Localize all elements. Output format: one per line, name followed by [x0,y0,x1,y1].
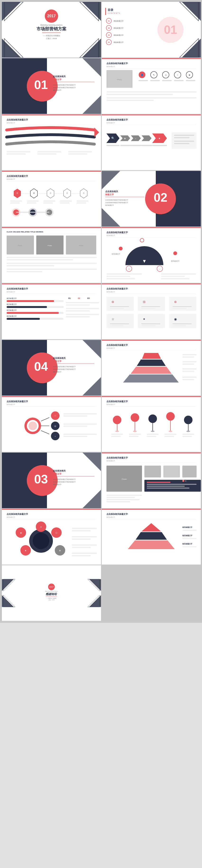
svg-text:3: 3 [128,268,129,270]
svg-rect-178 [7,271,42,272]
svg-rect-278 [182,356,194,358]
svg-text:③: ③ [50,192,52,194]
svg-text:相关标题文字: 相关标题文字 [182,526,193,528]
svg-rect-277 [182,354,197,355]
svg-text:⊞: ⊞ [143,300,146,304]
svg-text:点击添加相关标题文字: 点击添加相关标题文字 [7,175,28,177]
svg-rect-195 [107,273,142,275]
svg-rect-247 [110,325,124,326]
svg-rect-214 [7,312,59,314]
slide-7: 点击添加相关标题文字 相关标题文字 ① ② ③ ④ ⑤ [2,171,101,226]
svg-rect-364 [147,488,190,489]
svg-text:🔍: 🔍 [111,136,115,140]
slides-container: 2017 Marketing marketing solutions 市场部营销… [0,0,202,623]
svg-text:Marketing marketing solutions: Marketing marketing solutions [40,24,63,26]
svg-text:2017: 2017 [49,586,54,588]
svg-text:相关标题文字: 相关标题文字 [7,291,15,292]
svg-marker-404 [136,532,167,540]
slide-9: CLICK ON ADD RELATED TITLE WORDS Photo P… [2,227,101,283]
svg-rect-332 [147,434,158,435]
svg-rect-68 [150,80,160,81]
svg-text:2017: 2017 [47,14,56,18]
svg-rect-331 [129,436,139,437]
svg-text:④: ④ [66,192,68,194]
svg-rect-409 [182,538,197,539]
svg-text:相关标题文字: 相关标题文字 [107,291,115,292]
svg-rect-395 [72,547,91,548]
svg-rect-269 [102,340,201,341]
svg-text:⋆: ⋆ [55,435,56,437]
svg-point-292 [28,422,37,430]
svg-text:相关标题文字: 相关标题文字 [7,122,15,124]
svg-point-324 [169,431,172,432]
svg-text:CLICK ON ADD RELATED TITLE WOR: CLICK ON ADD RELATED TITLE WORDS [7,231,44,233]
svg-rect-250 [141,323,160,324]
svg-text:⌂: ⌂ [159,268,160,270]
svg-rect-71 [186,80,195,81]
slide-17: 03 点击添加相关 标题文字 点击添加相关标题文字相关标题文字 点击添加相关标题… [2,453,101,508]
svg-text:♦: ♦ [40,526,42,528]
svg-text:▼: ▼ [142,258,147,264]
svg-rect-177 [7,269,97,270]
svg-rect-175 [7,263,97,264]
svg-rect-150 [16,212,49,213]
svg-text:相关标题文字: 相关标题文字 [182,543,193,545]
svg-rect-283 [182,377,197,378]
svg-text:★: ★ [158,137,161,140]
svg-text:相关标题文字: 相关标题文字 [7,315,17,317]
svg-text:点击添加相关标题文字: 点击添加相关标题文字 [7,287,28,290]
slide-13: 04 点击添加相关 标题文字 点击添加相关标题文字相关标题文字 点击添加相关标题… [2,340,101,396]
svg-text:点击添加相关: 点击添加相关 [105,190,118,193]
svg-text:☆: ☆ [111,317,115,321]
svg-rect-107 [131,145,142,146]
svg-text:⌂: ⌂ [143,266,145,269]
svg-text:04: 04 [182,480,184,482]
svg-rect-333 [147,436,156,437]
svg-rect-180 [102,227,201,228]
svg-rect-227 [102,284,201,339]
slide-12: 点击添加相关标题文字 相关标题文字 ⊕ ⊞ ⊗ ☆ ✦ [102,284,201,339]
svg-rect-114 [174,143,190,144]
slide-11: 点击添加相关标题文字 相关标题文字 相关标题文字 相关标题文字 相关标题文字 相… [2,284,101,339]
svg-point-185 [173,251,177,255]
svg-text:相关标题文字: 相关标题文字 [107,235,115,236]
svg-rect-70 [174,80,183,81]
svg-text:点击添加相关标题文字: 点击添加相关标题文字 [107,344,128,346]
svg-rect-351 [102,453,201,453]
svg-rect-173 [7,257,97,258]
svg-text:点击添加相关: 点击添加相关 [53,470,66,472]
slide-1: 2017 Marketing marketing solutions 市场部营销… [2,2,101,58]
svg-rect-397 [72,555,91,556]
svg-text:Photo: Photo [122,478,127,480]
svg-rect-336 [182,434,194,435]
svg-text:03: 03 [87,297,90,300]
svg-rect-196 [161,273,196,275]
svg-text:相似标题文字: 相似标题文字 [114,27,123,29]
svg-text:相关标题文字: 相关标题文字 [107,122,115,124]
svg-text:相关标题文字: 相关标题文字 [53,89,61,91]
svg-rect-222 [66,304,90,306]
svg-rect-242 [173,306,192,307]
slide-16: 点击添加相关标题文字 相关标题文字 [102,396,201,452]
svg-text:相关标题文字: 相关标题文字 [47,129,56,131]
svg-point-184 [119,247,122,250]
svg-text:相关标题文字: 相关标题文字 [7,404,15,405]
svg-rect-306 [63,434,97,435]
svg-text:★: ★ [189,74,191,76]
svg-rect-370 [107,497,135,498]
svg-rect-228 [102,284,201,284]
svg-text:01: 01 [164,23,177,36]
svg-text:相关标题文字: 相关标题文字 [107,460,115,462]
slide-18: 点击添加相关标题文字 相关标题文字 Photo 04 03 [102,453,201,508]
svg-rect-396 [72,553,97,554]
svg-rect-392 [72,536,97,537]
svg-rect-359 [182,466,197,477]
svg-text:汇报人：XXXX: 汇报人：XXXX [48,599,55,600]
svg-text:◇: ◇ [165,74,167,76]
svg-point-321 [151,431,154,432]
svg-rect-74 [107,97,197,98]
svg-rect-174 [7,259,73,260]
svg-rect-138 [44,200,55,202]
svg-text:✎: ✎ [153,74,155,76]
svg-text:CONTENTS: CONTENTS [108,12,121,14]
